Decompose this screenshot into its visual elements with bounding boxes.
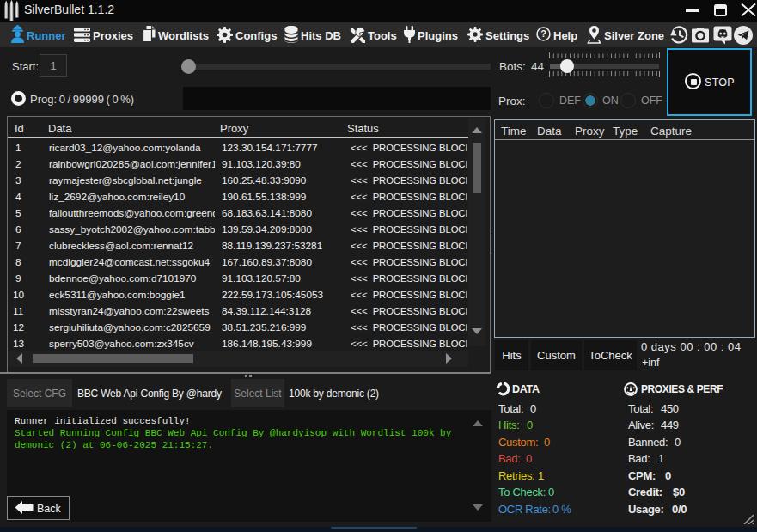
svg-text:?: ? [540, 28, 546, 39]
